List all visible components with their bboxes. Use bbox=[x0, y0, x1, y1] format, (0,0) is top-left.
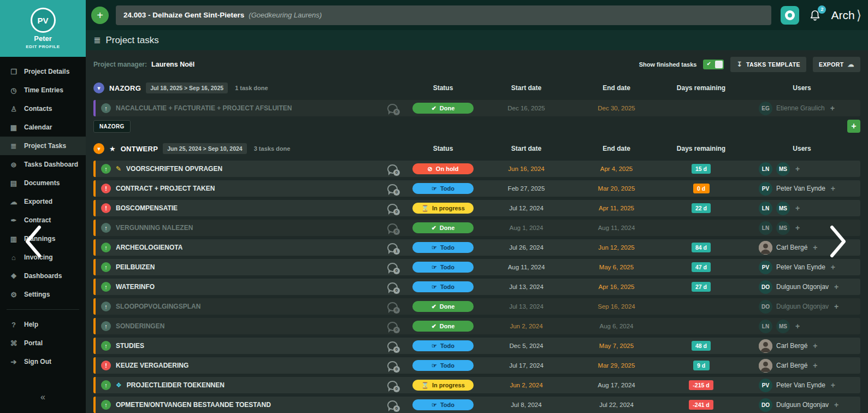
sidebar-item-project-tasks[interactable]: ≣Project Tasks bbox=[0, 137, 86, 155]
pencil-icon: ✎ bbox=[116, 165, 121, 173]
export-button[interactable]: EXPORT ☁ bbox=[813, 57, 860, 72]
task-row[interactable]: !CONTRACT + PROJECT TAKEN0☞TodoFeb 27, 2… bbox=[93, 180, 860, 197]
comments-bubble[interactable]: 0 bbox=[387, 361, 398, 370]
add-user-button[interactable]: + bbox=[831, 263, 835, 272]
comments-bubble[interactable]: 0 bbox=[387, 204, 398, 213]
apps-icon[interactable] bbox=[781, 6, 799, 25]
status-pill[interactable]: ✔Done bbox=[412, 321, 474, 332]
task-row[interactable]: ↑OPMETEN/ONTVANGEN BESTAANDE TOESTAND0☞T… bbox=[93, 397, 860, 413]
project-selector[interactable]: 24.003 - Delhaize Gent Sint-Pieters (Goe… bbox=[116, 5, 771, 25]
status-pill[interactable]: ☞Todo bbox=[412, 340, 474, 351]
comments-bubble[interactable]: 0 bbox=[387, 263, 398, 272]
add-button[interactable]: + bbox=[91, 7, 109, 24]
sidebar-item-dashboards[interactable]: ❖Dashboards bbox=[0, 267, 86, 285]
collapse-section-button[interactable]: ▾ bbox=[93, 82, 104, 93]
task-title-cell: ↑SLOOPOPVOLGINGSPLAN bbox=[96, 302, 377, 311]
comments-bubble[interactable]: 0 bbox=[387, 223, 398, 233]
task-row[interactable]: ↑ARCHEOLOGIENOTA1☞TodoJul 26, 2024Jun 12… bbox=[93, 239, 860, 256]
sidebar-item-contract[interactable]: ✒Contract bbox=[0, 211, 86, 229]
status-pill[interactable]: ✔Done bbox=[412, 222, 474, 233]
task-row[interactable]: ↑SLOOPOPVOLGINGSPLAN0✔DoneJul 13, 2024Se… bbox=[93, 298, 860, 315]
collapse-sidebar-button[interactable]: « bbox=[0, 385, 86, 413]
status-pill[interactable]: ☞Todo bbox=[412, 183, 474, 194]
add-user-button[interactable]: + bbox=[795, 223, 800, 232]
sidebar-item-documents[interactable]: ▤Documents bbox=[0, 174, 86, 192]
task-row[interactable]: ↑WATERINFO0☞TodoJul 13, 2024Apr 16, 2025… bbox=[93, 279, 860, 295]
carousel-prev-arrow[interactable] bbox=[24, 225, 43, 260]
sidebar-item-calendar[interactable]: ▦Calendar bbox=[0, 118, 86, 137]
notifications-bell[interactable]: 2 bbox=[809, 9, 821, 21]
add-user-button[interactable]: + bbox=[831, 381, 835, 390]
comments-bubble[interactable]: 0 bbox=[387, 341, 398, 351]
status-pill[interactable]: ⌛In progress bbox=[412, 380, 474, 391]
comments-bubble[interactable]: 0 bbox=[387, 282, 398, 292]
task-row[interactable]: ↑PEILBUIZEN0☞TodoAug 11, 2024May 6, 2025… bbox=[93, 259, 860, 275]
comments-bubble[interactable]: 1 bbox=[387, 243, 398, 252]
status-cell: ✔Done bbox=[408, 103, 479, 114]
show-finished-toggle[interactable] bbox=[703, 60, 724, 69]
status-pill[interactable]: ☞Todo bbox=[412, 360, 474, 371]
add-user-button[interactable]: + bbox=[813, 341, 817, 350]
sidebar-item-exported[interactable]: ☁Exported bbox=[0, 192, 86, 211]
edit-profile-link[interactable]: EDIT PROFILE bbox=[26, 44, 60, 49]
add-user-button[interactable]: + bbox=[795, 164, 800, 173]
status-pill[interactable]: ☞Todo bbox=[412, 242, 474, 253]
add-user-button[interactable]: + bbox=[831, 184, 835, 193]
comments-bubble[interactable]: 0 bbox=[387, 184, 398, 193]
priority-up-icon: ↑ bbox=[101, 164, 111, 174]
comment-count: 0 bbox=[393, 189, 400, 196]
sidebar-item-sign-out[interactable]: ➔Sign Out bbox=[0, 352, 86, 371]
add-user-button[interactable]: + bbox=[834, 282, 839, 291]
task-row[interactable]: ↑NACALCULATIE + FACTURATIE + PROJECT AFS… bbox=[93, 100, 860, 116]
add-user-button[interactable]: + bbox=[813, 361, 817, 370]
sidebar-item-help[interactable]: ?Help bbox=[0, 315, 86, 334]
comments-bubble[interactable]: 0 bbox=[387, 302, 398, 311]
add-user-button[interactable]: + bbox=[813, 243, 817, 252]
status-pill[interactable]: ☞Todo bbox=[412, 399, 474, 410]
add-user-button[interactable]: + bbox=[834, 400, 839, 409]
task-row[interactable]: !BOSCOMPENSATIE0⌛In progressJul 12, 2024… bbox=[93, 200, 860, 216]
carousel-next-arrow[interactable] bbox=[829, 225, 847, 260]
comments-bubble[interactable]: 0 bbox=[387, 381, 398, 390]
sidebar-item-invoicing[interactable]: ⌂Invoicing bbox=[0, 248, 86, 267]
sidebar-item-time-entries[interactable]: ◷Time Entries bbox=[0, 81, 86, 99]
task-row[interactable]: ↑✎VOORSCHRIFTEN OPVRAGEN0⊘On holdJun 16,… bbox=[93, 161, 860, 177]
task-row[interactable]: ↑VERGUNNING NALEZEN0✔DoneAug 1, 2024Aug … bbox=[93, 220, 860, 236]
task-row[interactable]: !KEUZE VERGADERING0☞TodoJul 17, 2024Mar … bbox=[93, 357, 860, 374]
days-remaining-badge: -215 d bbox=[689, 380, 713, 390]
status-pill[interactable]: ☞Todo bbox=[412, 281, 474, 292]
tasks-template-button[interactable]: ↧ TASKS TEMPLATE bbox=[730, 57, 806, 72]
gear-icon: ⚙ bbox=[9, 291, 18, 299]
sidebar-item-portal[interactable]: ⌘Portal bbox=[0, 334, 86, 352]
task-row[interactable]: ↑STUDIES0☞TodoDec 5, 2024May 7, 202548 d… bbox=[93, 338, 860, 354]
export-label: EXPORT bbox=[819, 61, 844, 68]
sidebar-item-tasks-dashboard[interactable]: ⊚Tasks Dashboard bbox=[0, 155, 86, 174]
task-row[interactable]: ↑❖PROJECTLEIDER TOEKENNEN0⌛In progressJu… bbox=[93, 377, 860, 393]
status-icon: ☞ bbox=[432, 264, 437, 271]
add-user-button[interactable]: + bbox=[834, 302, 839, 311]
status-pill[interactable]: ⌛In progress bbox=[412, 203, 474, 214]
sidebar-item-project-details[interactable]: ❒Project Details bbox=[0, 62, 86, 81]
profile-avatar[interactable]: PV bbox=[31, 8, 56, 33]
status-pill[interactable]: ✔Done bbox=[412, 301, 474, 312]
sidebar-item-settings[interactable]: ⚙Settings bbox=[0, 285, 86, 304]
add-task-button[interactable]: + bbox=[847, 120, 860, 133]
section-date-range: Jul 18, 2025 > Sep 16, 2025 bbox=[146, 82, 228, 93]
comments-bubble[interactable]: 0 bbox=[387, 400, 398, 410]
add-user-button[interactable]: + bbox=[795, 322, 800, 331]
sidebar-item-contacts[interactable]: ♙Contacts bbox=[0, 99, 86, 118]
task-row[interactable]: ↑SONDERINGEN0✔DoneJun 2, 2024Aug 6, 2024… bbox=[93, 318, 860, 334]
status-pill[interactable]: ✔Done bbox=[412, 103, 474, 114]
comments-cell: 0 bbox=[377, 282, 408, 292]
collapse-section-button[interactable]: ▾ bbox=[93, 143, 104, 154]
add-user-button[interactable]: + bbox=[830, 104, 835, 113]
comments-bubble[interactable]: 0 bbox=[387, 322, 398, 331]
status-pill[interactable]: ☞Todo bbox=[412, 262, 474, 273]
status-pill[interactable]: ⊘On hold bbox=[412, 163, 474, 174]
comment-count: 0 bbox=[393, 346, 400, 353]
comments-bubble[interactable]: 0 bbox=[387, 104, 398, 113]
comments-bubble[interactable]: 0 bbox=[387, 164, 398, 174]
add-user-button[interactable]: + bbox=[795, 204, 800, 213]
status-label: Todo bbox=[440, 244, 454, 251]
sidebar-item-plannings[interactable]: ▥Plannings bbox=[0, 229, 86, 248]
